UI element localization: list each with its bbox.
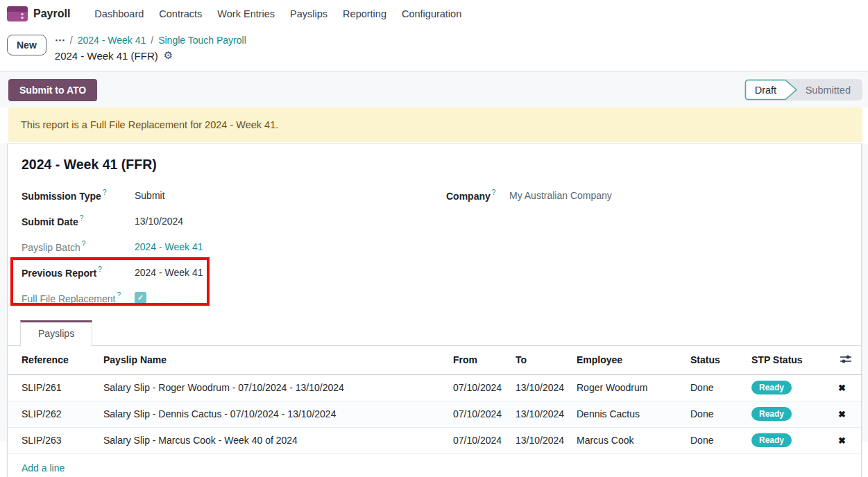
cell-payslip-name[interactable]: Salary Slip - Dennis Cactus - 07/10/2024… bbox=[103, 401, 453, 427]
breadcrumb: ⋯ / 2024 - Week 41 / Single Touch Payrol… bbox=[55, 33, 246, 62]
breadcrumb-separator: / bbox=[70, 33, 73, 47]
stage-widget: Draft Submitted bbox=[744, 79, 862, 101]
help-icon[interactable]: ? bbox=[492, 189, 496, 196]
cell-reference[interactable]: SLIP/263 bbox=[8, 427, 103, 453]
content-area: 2024 - Week 41 (FFR) Submission Type? Su… bbox=[0, 144, 868, 442]
breadcrumb-link-stp[interactable]: Single Touch Payroll bbox=[158, 33, 246, 47]
field-submit-date: Submit Date? 13/10/2024 bbox=[22, 208, 446, 234]
submission-type-value[interactable]: Submit bbox=[135, 190, 165, 201]
new-button[interactable]: New bbox=[7, 35, 46, 55]
optional-columns-icon[interactable] bbox=[840, 354, 852, 367]
table-row[interactable]: SLIP/261 Salary Slip - Roger Woodrum - 0… bbox=[8, 374, 861, 401]
app-title[interactable]: Payroll bbox=[33, 8, 70, 20]
stage-submitted[interactable]: Submitted bbox=[799, 85, 862, 96]
col-to[interactable]: To bbox=[516, 346, 577, 374]
record-title: 2024 - Week 41 (FFR) bbox=[22, 157, 847, 173]
delete-row-icon[interactable]: ✖ bbox=[838, 409, 846, 419]
status-bar: Submit to ATO Draft Submitted bbox=[0, 71, 868, 107]
cell-from[interactable]: 07/10/2024 bbox=[453, 401, 516, 427]
col-stp-status[interactable]: STP Status bbox=[751, 346, 823, 374]
menu-payslips[interactable]: Payslips bbox=[282, 8, 335, 19]
top-nav: Payroll Dashboard Contracts Work Entries… bbox=[0, 0, 868, 28]
breadcrumb-separator: / bbox=[151, 33, 153, 47]
submit-date-value[interactable]: 13/10/2024 bbox=[135, 216, 183, 227]
ffr-warning-alert: This report is a Full File Replacement f… bbox=[8, 107, 862, 142]
control-panel: New ⋯ / 2024 - Week 41 / Single Touch Pa… bbox=[0, 28, 868, 71]
col-status[interactable]: Status bbox=[690, 346, 751, 374]
previous-report-label: Previous Report? bbox=[22, 266, 135, 279]
check-icon: ✓ bbox=[137, 293, 144, 302]
help-icon[interactable]: ? bbox=[98, 266, 102, 273]
stage-draft[interactable]: Draft bbox=[744, 79, 799, 101]
ready-badge: Ready bbox=[751, 407, 792, 421]
cell-from[interactable]: 07/10/2024 bbox=[453, 427, 516, 453]
help-icon[interactable]: ? bbox=[82, 240, 86, 248]
submit-to-ato-button[interactable]: Submit to ATO bbox=[8, 79, 97, 101]
cell-employee[interactable]: Roger Woodrum bbox=[577, 374, 690, 401]
payslip-batch-label: Payslip Batch? bbox=[22, 241, 135, 253]
ready-badge: Ready bbox=[751, 433, 792, 447]
submission-type-label: Submission Type? bbox=[22, 189, 135, 202]
menu-contracts[interactable]: Contracts bbox=[151, 8, 210, 19]
cell-reference[interactable]: SLIP/261 bbox=[8, 374, 103, 401]
breadcrumb-ellipsis-icon[interactable]: ⋯ bbox=[55, 33, 65, 47]
field-company: Company? My Australian Company bbox=[446, 182, 847, 208]
cell-stp-status: Ready bbox=[751, 374, 823, 401]
cell-payslip-name[interactable]: Salary Slip - Roger Woodrum - 07/10/2024… bbox=[103, 374, 453, 401]
field-submission-type: Submission Type? Submit bbox=[22, 182, 446, 208]
table-row[interactable]: SLIP/263 Salary Slip - Marcus Cook - Wee… bbox=[8, 427, 861, 453]
submit-date-label: Submit Date? bbox=[22, 215, 135, 227]
form-sheet: 2024 - Week 41 (FFR) Submission Type? Su… bbox=[7, 144, 862, 477]
field-previous-report: Previous Report? 2024 - Week 41 bbox=[22, 259, 446, 285]
alert-message: This report is a Full File Replacement f… bbox=[21, 119, 278, 130]
col-employee[interactable]: Employee bbox=[577, 346, 690, 374]
payslips-table: Reference Payslip Name From To Employee … bbox=[8, 346, 861, 454]
field-full-file-replacement: Full File Replacement? ✓ bbox=[22, 285, 446, 311]
notebook: Payslips Reference Payslip Name From To … bbox=[8, 320, 861, 474]
gear-icon[interactable]: ⚙ bbox=[164, 49, 173, 62]
cell-employee[interactable]: Marcus Cook bbox=[577, 427, 690, 453]
cell-status[interactable]: Done bbox=[690, 374, 751, 401]
breadcrumb-current: 2024 - Week 41 (FFR) bbox=[55, 50, 158, 62]
help-icon[interactable]: ? bbox=[80, 214, 84, 222]
cell-payslip-name[interactable]: Salary Slip - Marcus Cook - Week 40 of 2… bbox=[103, 427, 453, 453]
stage-draft-label: Draft bbox=[755, 79, 776, 101]
menu-configuration[interactable]: Configuration bbox=[394, 8, 469, 19]
main-menu: Dashboard Contracts Work Entries Payslip… bbox=[87, 8, 469, 19]
field-payslip-batch: Payslip Batch? 2024 - Week 41 bbox=[22, 234, 446, 259]
cell-reference[interactable]: SLIP/262 bbox=[8, 401, 103, 427]
cell-to[interactable]: 13/10/2024 bbox=[516, 374, 577, 401]
cell-employee[interactable]: Dennis Cactus bbox=[577, 401, 690, 427]
table-header-row: Reference Payslip Name From To Employee … bbox=[8, 346, 861, 374]
cell-status[interactable]: Done bbox=[690, 401, 751, 427]
menu-dashboard[interactable]: Dashboard bbox=[87, 8, 151, 19]
add-a-line-link[interactable]: Add a line bbox=[8, 454, 861, 474]
table-row[interactable]: SLIP/262 Salary Slip - Dennis Cactus - 0… bbox=[8, 401, 861, 427]
previous-report-value[interactable]: 2024 - Week 41 bbox=[135, 267, 203, 278]
col-from[interactable]: From bbox=[453, 346, 516, 374]
breadcrumb-link-batch[interactable]: 2024 - Week 41 bbox=[78, 33, 146, 47]
full-file-replacement-checkbox[interactable]: ✓ bbox=[135, 292, 146, 304]
cell-status[interactable]: Done bbox=[690, 427, 751, 453]
cell-stp-status: Ready bbox=[751, 401, 823, 427]
delete-row-icon[interactable]: ✖ bbox=[838, 383, 846, 393]
tab-bar: Payslips bbox=[8, 320, 861, 346]
col-payslip-name[interactable]: Payslip Name bbox=[103, 346, 453, 374]
payroll-app-icon[interactable] bbox=[7, 6, 28, 21]
cell-to[interactable]: 13/10/2024 bbox=[516, 427, 577, 453]
payslip-batch-link[interactable]: 2024 - Week 41 bbox=[135, 241, 203, 252]
cell-stp-status: Ready bbox=[751, 427, 823, 453]
cell-from[interactable]: 07/10/2024 bbox=[453, 374, 516, 401]
ready-badge: Ready bbox=[751, 381, 792, 394]
delete-row-icon[interactable]: ✖ bbox=[838, 435, 846, 446]
menu-reporting[interactable]: Reporting bbox=[335, 8, 394, 19]
menu-work-entries[interactable]: Work Entries bbox=[210, 8, 282, 19]
tab-payslips[interactable]: Payslips bbox=[20, 320, 92, 346]
col-reference[interactable]: Reference bbox=[8, 346, 103, 374]
company-value[interactable]: My Australian Company bbox=[509, 190, 612, 201]
full-file-replacement-label: Full File Replacement? bbox=[22, 292, 135, 304]
help-icon[interactable]: ? bbox=[103, 189, 107, 196]
cell-to[interactable]: 13/10/2024 bbox=[516, 401, 577, 427]
company-label: Company? bbox=[446, 189, 509, 202]
help-icon[interactable]: ? bbox=[117, 291, 121, 299]
